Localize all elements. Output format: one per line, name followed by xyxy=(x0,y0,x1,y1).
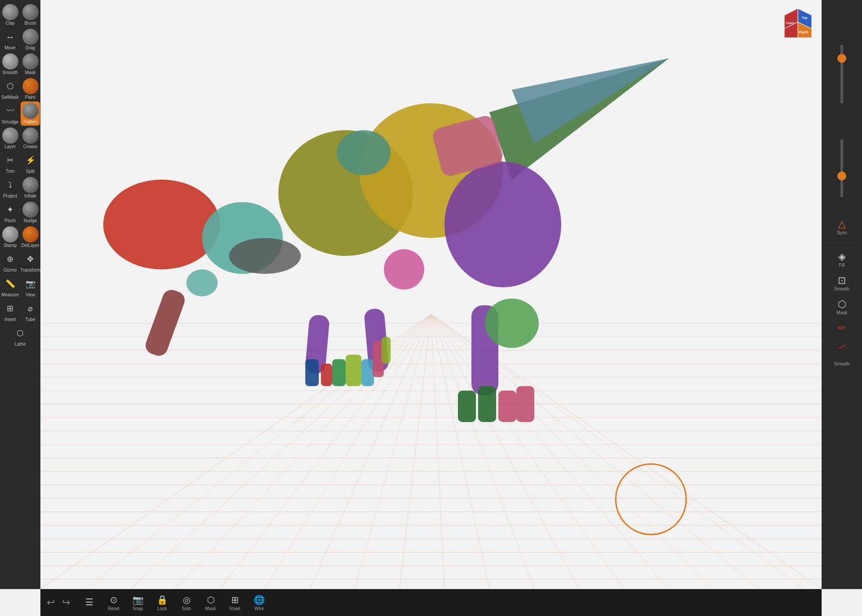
tool-tube[interactable]: ⌀ Tube xyxy=(21,299,40,323)
wire-button[interactable]: 🌐 Wire xyxy=(248,593,270,613)
reset-button[interactable]: ⊙ Reset xyxy=(102,593,125,613)
snap-button[interactable]: 📷 Snap xyxy=(127,593,149,613)
tool-flatten[interactable]: Flatten xyxy=(21,101,40,126)
tool-project[interactable]: ⤵ Project xyxy=(0,176,20,200)
clay-label: Clay xyxy=(5,21,14,26)
tool-nudge[interactable]: Nudge xyxy=(21,200,40,224)
tool-pinch[interactable]: ✦ Pinch xyxy=(0,200,20,224)
inflate-icon xyxy=(22,177,39,193)
dellayer-icon xyxy=(22,226,39,242)
lathe-label: Lathe xyxy=(14,342,26,347)
right-mask-button[interactable]: ⬡ Mask xyxy=(824,295,860,319)
reset-icon: ⊙ xyxy=(110,594,118,605)
lock-icon: 🔒 xyxy=(157,594,168,605)
transform-label: Transform xyxy=(20,268,40,273)
cube-front-label: Front xyxy=(786,22,795,25)
right-panel: △ Sym ◈ Fill ⊡ Smooth ⬡ Mask ✏ / xyxy=(822,0,862,589)
paint-icon xyxy=(22,78,39,94)
tool-row-pinch-nudge: ✦ Pinch Nudge xyxy=(0,200,40,225)
mask-label: Mask xyxy=(25,70,36,75)
paint-label: Paint xyxy=(25,95,35,100)
pinch-icon: ✦ xyxy=(2,202,18,218)
tool-inflate[interactable]: Inflate xyxy=(21,176,40,200)
nudge-label: Nudge xyxy=(24,218,37,223)
reset-label: Reset xyxy=(108,606,119,611)
right-smooth-label: Smooth xyxy=(834,286,849,291)
main-viewport[interactable] xyxy=(40,0,822,589)
tool-lathe[interactable]: ⬡ Lathe xyxy=(0,324,40,348)
svg-point-49 xyxy=(337,130,391,175)
tool-brush[interactable]: Brush xyxy=(21,3,40,27)
solo-button[interactable]: ◎ Solo xyxy=(175,593,198,613)
tool-mask[interactable]: Mask xyxy=(21,52,40,76)
svg-point-65 xyxy=(186,269,218,296)
smudge-label: Smudge xyxy=(2,119,18,124)
right-smooth-text: Smooth xyxy=(822,359,862,367)
tool-transform[interactable]: ✥ Transform xyxy=(21,250,40,274)
redo-button[interactable]: ↪ xyxy=(60,595,72,610)
intensity-slider-thumb[interactable] xyxy=(837,172,846,180)
tool-row-gizmo-transform: ⊕ Gizmo ✥ Transform xyxy=(0,250,40,274)
lock-button[interactable]: 🔒 Lock xyxy=(151,593,173,613)
voxel-button[interactable]: ⊞ Voxel xyxy=(224,593,246,613)
crease-icon xyxy=(22,128,39,144)
right-smooth-button[interactable]: ⊡ Smooth xyxy=(824,271,860,295)
tool-clay[interactable]: Clay xyxy=(0,3,20,27)
intensity-slider[interactable] xyxy=(840,139,843,198)
size-slider-thumb[interactable] xyxy=(837,54,846,63)
tool-view[interactable]: 📷 View xyxy=(21,274,40,299)
tool-paint[interactable]: Paint xyxy=(21,77,40,101)
wire-label: Wire xyxy=(255,606,264,611)
tool-drag[interactable]: Drag xyxy=(21,27,40,52)
project-icon: ⤵ xyxy=(2,177,18,193)
panel-divider xyxy=(826,242,858,243)
tool-trim[interactable]: ✂ Trim xyxy=(0,151,20,175)
tool-dellayer[interactable]: DelLayer xyxy=(21,225,40,249)
transform-icon: ✥ xyxy=(22,251,39,267)
scene-svg xyxy=(40,0,822,589)
drag-label: Drag xyxy=(26,45,35,50)
measure-icon: 📏 xyxy=(2,276,18,292)
nav-cube[interactable]: Right Front Top xyxy=(781,6,815,40)
flatten-icon xyxy=(22,103,39,119)
bottom-toolbar: ↩ ↪ ☰ ⊙ Reset 📷 Snap 🔒 Lock ◎ Solo ⬡ Mas… xyxy=(40,589,822,616)
tool-insert[interactable]: ⊞ Insert xyxy=(0,299,20,323)
lock-label: Lock xyxy=(157,606,167,611)
mask-icon xyxy=(22,53,39,70)
tool-gizmo[interactable]: ⊕ Gizmo xyxy=(0,250,20,274)
menu-button[interactable]: ☰ xyxy=(78,595,101,610)
tool-selmask[interactable]: ⬡ SelMask xyxy=(0,77,20,101)
tube-icon: ⌀ xyxy=(22,300,39,317)
slash-button[interactable]: / xyxy=(824,338,860,356)
fill-button[interactable]: ◈ Fill xyxy=(824,247,860,271)
undo-button[interactable]: ↩ xyxy=(45,595,57,610)
tool-row-stamp-dellayer: Stamp DelLayer xyxy=(0,225,40,250)
svg-rect-61 xyxy=(516,386,534,422)
brush-label: Brush xyxy=(24,21,36,26)
svg-point-63 xyxy=(485,299,539,348)
trim-label: Trim xyxy=(6,169,15,174)
solo-icon: ◎ xyxy=(183,594,190,605)
svg-rect-56 xyxy=(346,355,361,386)
sym-button[interactable]: △ Sym xyxy=(834,216,849,238)
project-label: Project xyxy=(3,194,17,198)
size-slider[interactable] xyxy=(840,45,843,103)
brush-red-button[interactable]: ✏ xyxy=(824,319,860,338)
right-mask-label: Mask xyxy=(836,310,847,315)
svg-point-40 xyxy=(103,180,220,269)
tool-smudge[interactable]: 〰 Smudge xyxy=(0,101,20,126)
tool-stamp[interactable]: Stamp xyxy=(0,225,20,249)
tool-smooth[interactable]: Smooth xyxy=(0,52,20,76)
crease-label: Crease xyxy=(23,144,37,149)
tool-row-lathe: ⬡ Lathe xyxy=(0,324,40,348)
tool-split[interactable]: ⚡ Split xyxy=(21,151,40,175)
tool-crease[interactable]: Crease xyxy=(21,126,40,150)
tool-move[interactable]: ↔ Move xyxy=(0,27,20,52)
left-toolbar: Clay Brush ↔ Move Drag Smooth Mask ⬡ xyxy=(0,0,40,589)
flatten-label: Flatten xyxy=(23,119,37,124)
tool-layer[interactable]: Layer xyxy=(0,126,20,150)
bottom-mask-button[interactable]: ⬡ Mask xyxy=(199,593,222,613)
right-mask-icon: ⬡ xyxy=(838,299,846,310)
tool-row-trim-split: ✂ Trim ⚡ Split xyxy=(0,151,40,176)
tool-measure[interactable]: 📏 Measure xyxy=(0,274,20,299)
